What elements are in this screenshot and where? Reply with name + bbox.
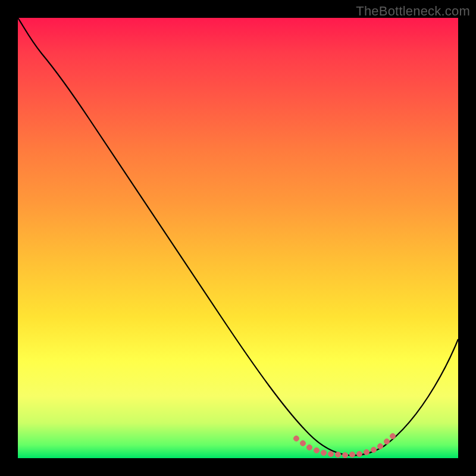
svg-point-3 (314, 448, 320, 453)
chart-svg (18, 18, 458, 458)
watermark-text: TheBottleneck.com (356, 4, 470, 19)
svg-point-6 (336, 452, 341, 458)
svg-point-0 (294, 436, 299, 441)
svg-point-1 (300, 441, 306, 446)
svg-point-9 (357, 452, 362, 457)
svg-point-2 (307, 445, 312, 450)
svg-point-5 (328, 452, 334, 457)
plot-area (18, 18, 458, 458)
svg-point-14 (390, 434, 396, 439)
chart-container: TheBottleneck.com (0, 0, 476, 476)
svg-point-11 (371, 447, 377, 453)
svg-point-8 (350, 452, 355, 458)
svg-point-10 (364, 450, 369, 455)
svg-point-4 (321, 450, 327, 456)
minimum-marker-dots (294, 434, 396, 458)
bottleneck-curve-path (18, 18, 458, 455)
svg-point-7 (343, 453, 348, 458)
svg-point-13 (384, 439, 390, 444)
svg-point-12 (378, 444, 383, 449)
